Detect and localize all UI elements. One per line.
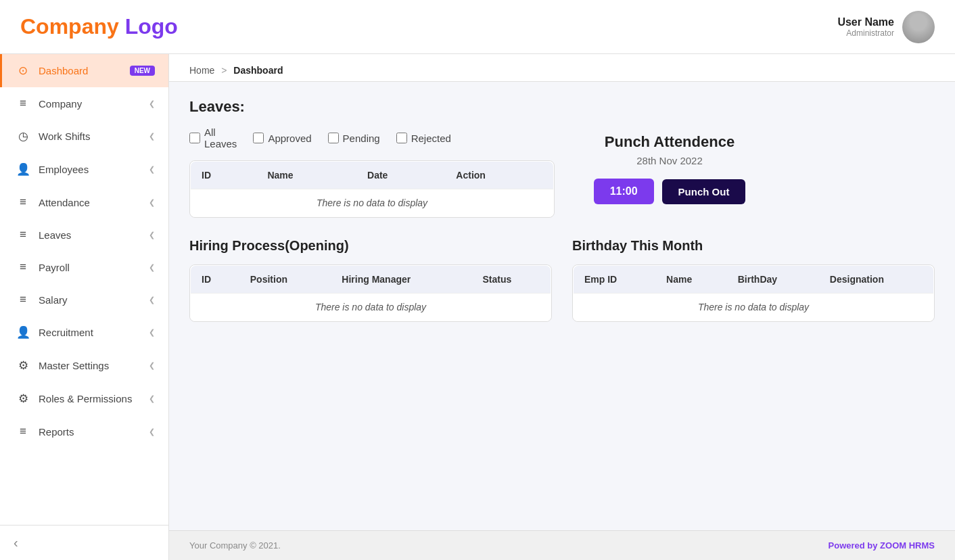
rejected-checkbox[interactable] — [396, 133, 407, 143]
col-id: ID — [191, 162, 257, 189]
sidebar-item-company[interactable]: ≡ Company ❮ — [0, 87, 168, 120]
col-designation: Designation — [819, 266, 934, 294]
sidebar-item-label: Roles & Permissions — [39, 393, 141, 404]
leaves-table-body: There is no data to display — [191, 189, 554, 217]
sidebar-collapse-button[interactable]: ‹ — [0, 525, 168, 560]
footer-left: Your Company © 2021. — [189, 540, 281, 551]
leaves-sublabel: Leaves — [204, 138, 237, 149]
col-emp-id: Emp ID — [574, 266, 656, 294]
sidebar-item-label: Recruitment — [39, 327, 141, 338]
birthday-table-body: There is no data to display — [574, 294, 934, 321]
attendance-icon: ≡ — [16, 195, 30, 209]
salary-icon: ≡ — [16, 293, 30, 306]
logo-logo: Logo — [119, 14, 178, 39]
footer-powered-prefix: Powered by — [829, 540, 881, 551]
birthday-table: Emp ID Name BirthDay Designation There i… — [573, 265, 934, 321]
breadcrumb-separator: > — [221, 65, 227, 76]
col-status: Status — [471, 266, 551, 294]
table-row: There is no data to display — [191, 189, 554, 217]
punch-controls: 11:00 Punch Out — [588, 179, 751, 204]
roles-icon: ⚙ — [16, 392, 30, 406]
all-leaves-checkbox[interactable] — [189, 133, 200, 143]
sidebar-item-workshifts[interactable]: ◷ Work Shifts ❮ — [0, 120, 168, 153]
col-name: Name — [655, 266, 727, 294]
sidebar-item-leaves[interactable]: ≡ Leaves ❮ — [0, 218, 168, 251]
header: Company Logo User Name Administrator — [0, 0, 955, 54]
no-data-message: There is no data to display — [191, 294, 551, 321]
sidebar-item-label: Salary — [39, 294, 141, 306]
pending-label: Pending — [343, 133, 380, 144]
col-id: ID — [191, 266, 239, 294]
employees-icon: 👤 — [16, 162, 30, 177]
bottom-sections: Hiring Process(Opening) ID Position Hiri… — [189, 238, 935, 322]
punch-out-button[interactable]: Punch Out — [662, 179, 746, 204]
new-badge: NEW — [130, 66, 155, 76]
filter-all: All Leaves — [189, 126, 237, 149]
sidebar-item-employees[interactable]: 👤 Employees ❮ — [0, 153, 168, 186]
leaves-table-wrap: All Leaves Approved Pending — [189, 126, 555, 218]
user-info: User Name Administrator — [837, 11, 935, 43]
hiring-title: Hiring Process(Opening) — [189, 238, 552, 254]
hiring-table-container: ID Position Hiring Manager Status There … — [189, 264, 552, 322]
punch-date: 28th Nov 2022 — [588, 155, 751, 166]
punch-attendance-card: Punch Attendence 28th Nov 2022 11:00 Pun… — [575, 126, 764, 211]
col-position: Position — [239, 266, 331, 294]
col-name: Name — [256, 162, 356, 189]
content-area: Leaves: All Leaves — [169, 82, 955, 530]
table-row: There is no data to display — [191, 294, 551, 321]
chevron-icon: ❮ — [149, 165, 155, 174]
leaves-filters: All Leaves Approved Pending — [189, 126, 555, 149]
hiring-table-header: ID Position Hiring Manager Status — [191, 266, 551, 294]
avatar[interactable] — [902, 11, 935, 43]
birthday-title: Birthday This Month — [572, 238, 935, 254]
birthday-table-container: Emp ID Name BirthDay Designation There i… — [572, 264, 935, 322]
workshifts-icon: ◷ — [16, 129, 30, 143]
footer: Your Company © 2021. Powered by ZOOM HRM… — [169, 530, 955, 560]
sidebar-item-reports[interactable]: ≡ Reports ❮ — [0, 415, 168, 448]
chevron-icon: ❮ — [149, 328, 155, 337]
punch-time-button[interactable]: 11:00 — [594, 179, 654, 204]
chevron-icon: ❮ — [149, 198, 155, 207]
approved-checkbox[interactable] — [253, 133, 264, 143]
leaves-section: Leaves: All Leaves — [189, 98, 935, 218]
sidebar-item-label: Master Settings — [39, 360, 141, 371]
sidebar-item-attendance[interactable]: ≡ Attendance ❮ — [0, 186, 168, 218]
breadcrumb: Home > Dashboard — [169, 54, 955, 82]
sidebar-item-dashboard[interactable]: ⊙ Dashboard NEW — [0, 54, 168, 87]
dashboard-icon: ⊙ — [16, 64, 30, 78]
sidebar-item-recruitment[interactable]: 👤 Recruitment ❮ — [0, 316, 168, 349]
footer-brand: ZOOM HRMS — [880, 540, 935, 551]
sidebar-nav: ⊙ Dashboard NEW ≡ Company ❮ ◷ Work Shift… — [0, 54, 168, 525]
leaves-icon: ≡ — [16, 228, 30, 241]
filter-approved: Approved — [253, 133, 311, 144]
chevron-icon: ❮ — [149, 132, 155, 141]
no-data-message: There is no data to display — [191, 189, 554, 217]
breadcrumb-current: Dashboard — [233, 65, 283, 76]
collapse-icon: ‹ — [14, 535, 18, 551]
user-role: Administrator — [837, 28, 894, 38]
breadcrumb-home[interactable]: Home — [189, 65, 214, 76]
sidebar-item-label: Work Shifts — [39, 131, 141, 142]
user-details: User Name Administrator — [837, 16, 894, 38]
sidebar-item-payroll[interactable]: ≡ Payroll ❮ — [0, 251, 168, 283]
leaves-title: Leaves: — [189, 98, 935, 116]
sidebar-item-label: Reports — [39, 426, 141, 438]
hiring-table: ID Position Hiring Manager Status There … — [190, 265, 551, 321]
leaves-table-container: ID Name Date Action There is no data to … — [189, 160, 555, 218]
sidebar-item-master-settings[interactable]: ⚙ Master Settings ❮ — [0, 349, 168, 382]
hiring-section: Hiring Process(Opening) ID Position Hiri… — [189, 238, 552, 322]
chevron-icon: ❮ — [149, 394, 155, 403]
all-label: All — [204, 126, 237, 138]
col-birthday: BirthDay — [727, 266, 819, 294]
footer-right: Powered by ZOOM HRMS — [829, 540, 935, 551]
pending-checkbox[interactable] — [328, 133, 339, 143]
sidebar-item-roles-permissions[interactable]: ⚙ Roles & Permissions ❮ — [0, 382, 168, 415]
username: User Name — [837, 16, 894, 28]
sidebar-item-label: Payroll — [39, 262, 141, 273]
leaves-content: All Leaves Approved Pending — [189, 126, 935, 218]
logo-company: Company — [20, 14, 119, 39]
table-row: There is no data to display — [574, 294, 934, 321]
sidebar-item-label: Leaves — [39, 229, 141, 241]
no-data-message: There is no data to display — [574, 294, 934, 321]
sidebar-item-salary[interactable]: ≡ Salary ❮ — [0, 283, 168, 316]
